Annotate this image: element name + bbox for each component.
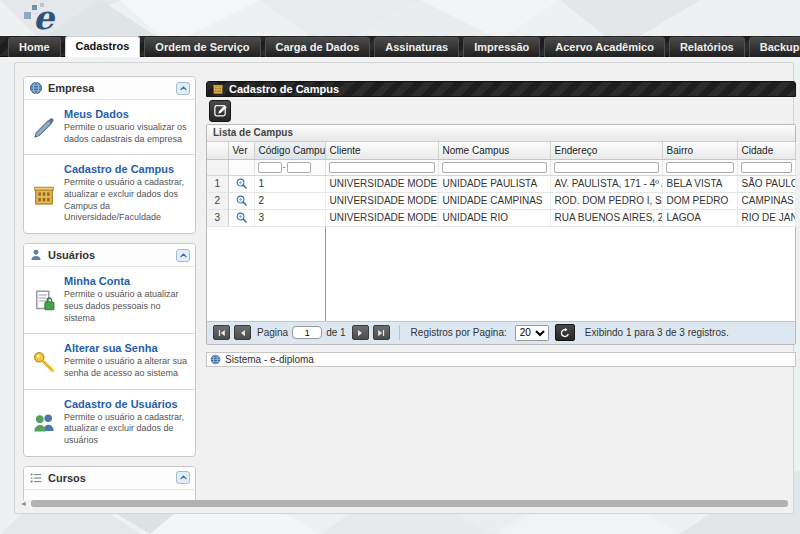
section-header-cursos: Cursos [24, 467, 195, 490]
tab-assinaturas[interactable]: Assinaturas [374, 37, 459, 57]
building-icon [32, 165, 56, 224]
first-page-button[interactable] [213, 325, 230, 340]
user-icon [29, 248, 43, 262]
item-link[interactable]: Alterar sua Senha [64, 342, 189, 354]
col-cidade[interactable]: Cidade [737, 142, 795, 159]
frozen-column-divider [325, 227, 326, 321]
item-link[interactable]: Cadastro de Usuários [64, 398, 189, 410]
sidebar-item-alterar-sua-senha[interactable]: Alterar sua SenhaPermite o usuário a alt… [24, 333, 195, 388]
col-codigo-campus[interactable]: Código Campus▲ [254, 142, 325, 159]
tab-acervo-acade-mico[interactable]: Acervo Acadêmico [544, 37, 665, 57]
users-icon [32, 400, 56, 447]
tab-carga-de-dados[interactable]: Carga de Dados [265, 37, 371, 57]
sidebar-item-minha-conta[interactable]: Minha ContaPermite o usuário a atualizar… [24, 267, 195, 333]
edit-button[interactable] [209, 100, 231, 122]
section-title: Cursos [48, 472, 171, 484]
row-number: 2 [207, 192, 228, 209]
sidebar-item-meus-dados[interactable]: Meus DadosPermite o usuario visualizar o… [24, 100, 195, 154]
filter-nome-campus [438, 159, 550, 175]
filter-codigo-to-input[interactable] [287, 162, 311, 173]
cell-nome-campus: UNIDADE CAMPINAS [438, 192, 550, 209]
tab-backup[interactable]: Backup [749, 37, 800, 57]
collapse-button[interactable] [176, 249, 190, 262]
system-label: Sistema - e-diploma [225, 354, 314, 365]
filter-bairro-input[interactable] [666, 162, 734, 173]
row-number: 1 [207, 175, 228, 192]
col-endereco[interactable]: Endereço [550, 142, 662, 159]
sidebar-section-usua-rios: UsuáriosMinha ContaPermite o usuário a a… [23, 243, 196, 457]
cell-codigo: 1 [254, 175, 325, 192]
filter-cliente [325, 159, 438, 175]
col-nome-campus[interactable]: Nome Campus [438, 142, 550, 159]
table-row[interactable]: 11UNIVERSIDADE MODELOUNIDADE PAULISTAAV.… [207, 175, 795, 192]
refresh-button[interactable] [555, 324, 575, 341]
view-button[interactable] [234, 176, 249, 191]
per-page-label: Registros por Pagina: [411, 327, 507, 338]
last-page-icon [376, 328, 386, 338]
cell-cliente: UNIVERSIDADE MODELO [325, 175, 438, 192]
key-icon [32, 344, 56, 379]
item-link[interactable]: Minha Conta [64, 275, 189, 287]
per-page-select[interactable]: 20 [515, 325, 549, 341]
logo-square [24, 12, 31, 19]
cell-endereco: AV. PAULISTA, 171 - 4º ANDAR [550, 175, 662, 192]
horizontal-scrollbar[interactable]: ◄ [18, 499, 790, 509]
section-title: Empresa [48, 82, 171, 94]
page-label: Pagina [257, 327, 288, 338]
filter-endereco-input[interactable] [554, 162, 659, 173]
filter-cliente-input[interactable] [329, 162, 435, 173]
section-header-usua-rios: Usuários [24, 244, 195, 267]
header-row: Ver Código Campus▲ Cliente Nome Campus E… [207, 142, 795, 159]
collapse-button[interactable] [176, 471, 190, 484]
next-page-button[interactable] [352, 325, 369, 340]
cell-bairro: BELA VISTA [662, 175, 737, 192]
page-number-input[interactable] [292, 326, 322, 339]
tab-relato-rios[interactable]: Relatórios [669, 37, 745, 57]
toolbar [206, 97, 796, 124]
scroll-left-icon[interactable]: ◄ [20, 500, 27, 507]
tab-ordem-de-servic-o[interactable]: Ordem de Serviço [144, 37, 260, 57]
filter-codigo: - [254, 159, 325, 175]
view-button[interactable] [234, 210, 249, 225]
prev-page-icon [238, 328, 248, 338]
col-cliente[interactable]: Cliente [325, 142, 438, 159]
cell-cliente: UNIVERSIDADE MODELO [325, 209, 438, 226]
filter-cidade-input[interactable] [741, 162, 792, 173]
filter-codigo-from-input[interactable] [258, 162, 282, 173]
last-page-button[interactable] [373, 325, 390, 340]
page-of-label: de 1 [326, 327, 345, 338]
filter-nome-campus-input[interactable] [442, 162, 547, 173]
tab-home[interactable]: Home [8, 37, 61, 57]
item-link[interactable]: Cadastro de Campus [64, 163, 189, 175]
scrollbar-thumb[interactable] [31, 500, 788, 507]
cell-endereco: ROD. DOM PEDRO I, S/N [550, 192, 662, 209]
table-row[interactable]: 22UNIVERSIDADE MODELOUNIDADE CAMPINASROD… [207, 192, 795, 209]
item-link[interactable]: Meus Dados [64, 108, 189, 120]
cell-ver [228, 175, 254, 192]
logo-letter: e [33, 0, 54, 37]
item-desc: Permite o usuário a cadastrar, atualizar… [64, 412, 189, 447]
next-page-icon [355, 328, 365, 338]
sidebar-item-cadastro-de-usua-rios[interactable]: Cadastro de UsuáriosPermite o usuário a … [24, 389, 195, 456]
building-icon [212, 83, 224, 95]
col-ver[interactable]: Ver [228, 142, 254, 159]
tab-cadastros[interactable]: Cadastros [65, 36, 141, 57]
cell-bairro: DOM PEDRO [662, 192, 737, 209]
view-button[interactable] [234, 193, 249, 208]
sidebar: EmpresaMeus DadosPermite o usuario visua… [23, 76, 196, 500]
page-title: Cadastro de Campus [229, 83, 339, 95]
tab-impressa-o[interactable]: Impressão [463, 37, 540, 57]
footer-statusbar: Sistema - e-diploma [206, 352, 796, 367]
sidebar-section-empresa: EmpresaMeus DadosPermite o usuario visua… [23, 76, 196, 234]
table-row[interactable]: 33UNIVERSIDADE MODELOUNIDADE RIORUA BUEN… [207, 209, 795, 226]
col-bairro[interactable]: Bairro [662, 142, 737, 159]
prev-page-button[interactable] [234, 325, 251, 340]
nav-tabs: HomeCadastrosOrdem de ServiçoCarga de Da… [0, 36, 800, 57]
row-number: 3 [207, 209, 228, 226]
collapse-button[interactable] [176, 82, 190, 95]
pencil-icon [32, 110, 56, 145]
content-frame: EmpresaMeus DadosPermite o usuario visua… [14, 62, 794, 514]
sidebar-item-cadastro-de-campus[interactable]: Cadastro de CampusPermite o usuário a ca… [24, 154, 195, 233]
cell-codigo: 3 [254, 209, 325, 226]
sidebar-section-cursos: CursosCadastro de CursosPermite o usuári… [23, 466, 196, 500]
